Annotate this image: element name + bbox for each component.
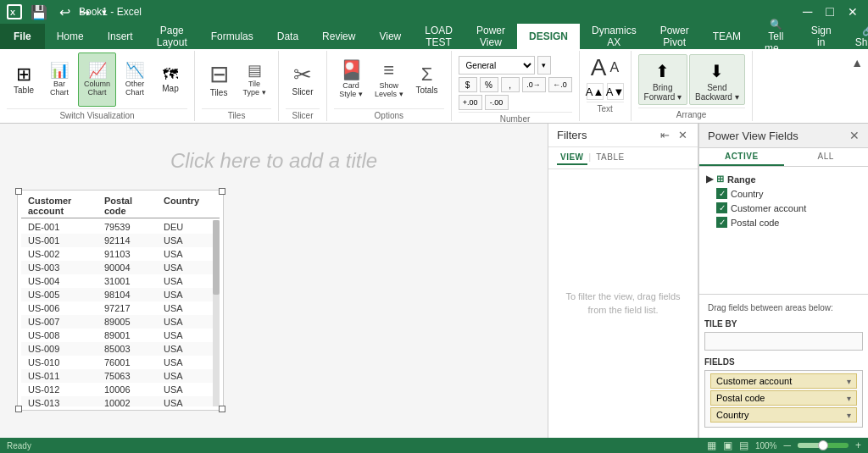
col-header-postal[interactable]: Postal code (97, 194, 157, 218)
resize-handle-bl[interactable] (15, 406, 22, 412)
status-page-layout-icon[interactable]: ▣ (723, 439, 732, 451)
comma-btn[interactable]: , (501, 77, 520, 92)
zoom-thumb[interactable] (818, 440, 828, 450)
tab-power-pivot[interactable]: Power Pivot (648, 24, 701, 49)
pvf-tab-active[interactable]: ACTIVE (699, 148, 784, 166)
pvf-tile-by-area[interactable] (704, 332, 863, 351)
table-row[interactable]: US-01076001USA (21, 356, 220, 369)
ribbon-btn-table[interactable]: ⊞ Table (7, 52, 41, 107)
tab-share[interactable]: 🔗 Share (843, 24, 868, 49)
decrease-decimal-btn[interactable]: ←.0 (548, 77, 572, 92)
status-zoom-out-icon[interactable]: ─ (783, 439, 791, 451)
ribbon-btn-bar-chart[interactable]: 📊 BarChart (42, 52, 76, 107)
ribbon-btn-slicer[interactable]: ✂ Slicer (286, 52, 320, 107)
filters-close-btn[interactable]: ✕ (676, 129, 689, 141)
pvf-tag-country[interactable]: Country ▾ (710, 407, 857, 423)
filters-collapse-btn[interactable]: ⇤ (659, 129, 671, 141)
currency-btn[interactable]: $ (459, 77, 477, 92)
ribbon-btn-show-levels[interactable]: ≡ ShowLevels ▾ (370, 52, 409, 107)
status-zoom-in-icon[interactable]: + (855, 439, 861, 451)
table-row[interactable]: US-00889001USA (21, 329, 220, 342)
ribbon-btn-totals[interactable]: Σ Totals (410, 52, 444, 107)
pvf-field-country[interactable]: ✓ Country (703, 186, 865, 201)
pvf-field-customer-account[interactable]: ✓ Customer account (703, 201, 865, 215)
table-row[interactable]: US-01310002USA (21, 396, 220, 406)
tab-file[interactable]: File (0, 24, 45, 49)
tab-dynamics-ax[interactable]: Dynamics AX (580, 24, 648, 49)
table-row[interactable]: US-00697217USA (21, 301, 220, 315)
ribbon-btn-map[interactable]: 🗺 Map (153, 52, 187, 107)
table-row[interactable]: US-00431001USA (21, 274, 220, 288)
col-header-country[interactable]: Country (157, 194, 208, 218)
col-header-account[interactable]: Customer account (21, 194, 97, 218)
pvf-close-btn[interactable]: ✕ (849, 129, 860, 142)
tab-home[interactable]: Home (45, 24, 96, 49)
pv-title-area[interactable]: Click here to add a title (0, 124, 548, 181)
table-row[interactable]: US-00598104USA (21, 288, 220, 301)
filter-tab-view[interactable]: VIEW (557, 151, 587, 165)
resize-handle-br[interactable] (219, 406, 225, 412)
tab-formulas[interactable]: Formulas (199, 24, 265, 49)
pvf-tag-customer-arrow[interactable]: ▾ (847, 377, 851, 386)
filter-tab-table[interactable]: TABLE (593, 151, 627, 165)
table-row[interactable]: US-01175063USA (21, 369, 220, 383)
tab-design[interactable]: DESIGN (517, 24, 580, 49)
pvf-tag-customer-account[interactable]: Customer account ▾ (710, 373, 857, 389)
pvf-tag-postal-code[interactable]: Postal code ▾ (710, 390, 857, 406)
pvf-range-header[interactable]: ▶ ⊞ Range (703, 172, 865, 186)
font-increase-btn[interactable]: A▲ (587, 83, 604, 100)
tab-sign-in[interactable]: Sign in (799, 24, 843, 49)
table-row[interactable]: US-00985003USA (21, 342, 220, 356)
tab-data[interactable]: Data (265, 24, 310, 49)
table-row[interactable]: US-01210006USA (21, 383, 220, 396)
pvf-checkbox-postal[interactable]: ✓ (716, 217, 727, 228)
ribbon-btn-tiles[interactable]: ⊟ Tiles (202, 52, 236, 107)
zoom-slider[interactable] (798, 443, 849, 448)
status-normal-view-icon[interactable]: ▦ (707, 439, 716, 451)
pvf-tab-all[interactable]: ALL (784, 148, 869, 166)
pvf-tag-country-arrow[interactable]: ▾ (847, 411, 851, 420)
ribbon-btn-bring-forward[interactable]: ⬆ BringForward ▾ (638, 54, 687, 105)
tab-insert[interactable]: Insert (96, 24, 145, 49)
table-row[interactable]: US-00390004USA (21, 261, 220, 274)
table-scrollbar[interactable] (213, 220, 220, 406)
maximize-button[interactable]: □ (822, 3, 837, 21)
ribbon-btn-other-chart[interactable]: 📉 OtherChart (118, 52, 152, 107)
ribbon-btn-send-backward[interactable]: ⬇ SendBackward ▾ (689, 54, 745, 105)
remove-decimal-btn[interactable]: -.00 (485, 95, 509, 110)
table-row[interactable]: US-00789005USA (21, 315, 220, 329)
tab-load-test[interactable]: LOAD TEST (413, 24, 465, 49)
ribbon-btn-tile-type[interactable]: ▤ TileType ▾ (237, 52, 271, 107)
ribbon-btn-card-style[interactable]: 🎴 CardStyle ▾ (334, 52, 368, 107)
percent-btn[interactable]: % (480, 77, 498, 92)
number-expand-btn[interactable]: ▾ (537, 56, 551, 75)
status-page-break-icon[interactable]: ▤ (739, 439, 748, 451)
minimize-button[interactable]: ─ (799, 3, 815, 21)
ribbon-collapse-btn[interactable]: ▲ (849, 54, 865, 71)
pvf-checkbox-customer[interactable]: ✓ (716, 202, 727, 213)
tab-power-view[interactable]: Power View (465, 24, 517, 49)
increase-decimal-btn[interactable]: .0→ (522, 77, 546, 92)
font-decrease-btn[interactable]: A▼ (607, 83, 624, 100)
tab-view[interactable]: View (367, 24, 413, 49)
table-scroll-thumb[interactable] (213, 220, 220, 295)
number-format-select[interactable]: General (459, 56, 535, 75)
text-label: Text (587, 102, 624, 113)
tab-page-layout[interactable]: Page Layout (145, 24, 199, 49)
resize-handle-tl[interactable] (15, 188, 22, 195)
filters-body: To filter the view, drag fields from the… (548, 169, 698, 438)
add-decimal-btn[interactable]: +.00 (459, 95, 482, 110)
table-row[interactable]: US-00291103USA (21, 247, 220, 261)
pvf-checkbox-country[interactable]: ✓ (716, 188, 727, 199)
pvf-field-postal-code[interactable]: ✓ Postal code (703, 215, 865, 229)
tab-tell-me[interactable]: 🔍 Tell me... (753, 24, 799, 49)
table-row[interactable]: DE-00179539DEU (21, 220, 220, 234)
pvf-tag-postal-arrow[interactable]: ▾ (847, 394, 851, 403)
table-row[interactable]: US-00192114USA (21, 234, 220, 247)
ribbon-btn-column-chart[interactable]: 📈 ColumnChart (78, 52, 116, 107)
tab-review[interactable]: Review (310, 24, 367, 49)
status-ready[interactable]: Ready (7, 441, 31, 450)
resize-handle-tr[interactable] (219, 188, 225, 195)
close-button[interactable]: ✕ (844, 3, 861, 20)
tab-team[interactable]: TEAM (701, 24, 753, 49)
